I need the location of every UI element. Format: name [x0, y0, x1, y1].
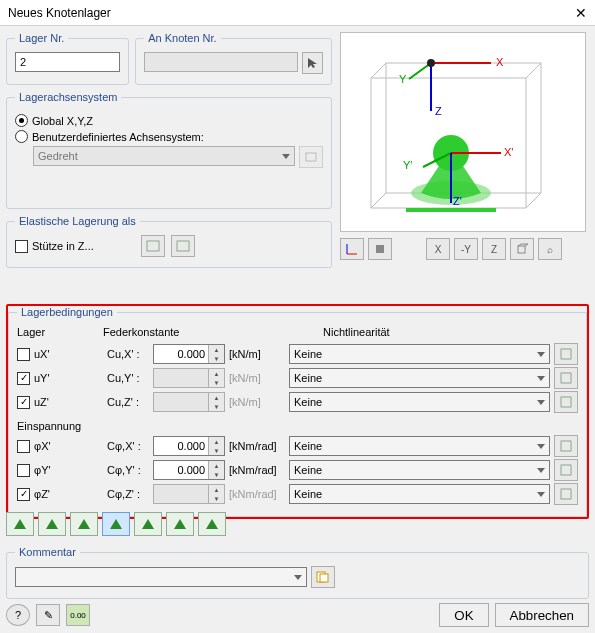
elastic-detail-a-button[interactable]: [141, 235, 165, 257]
cond-nl-value: Keine: [294, 488, 322, 500]
cond-row-trans-1: uY'Cu,Y' :▲▼[kN/m]Keine: [17, 366, 578, 390]
cond-nl-edit-button-rot-0[interactable]: [554, 435, 578, 457]
support-type-type-a-button[interactable]: [6, 512, 34, 536]
cond-key-label: φY': [34, 464, 51, 476]
support-type-type-b-button[interactable]: [38, 512, 66, 536]
group-kommentar: Kommentar: [6, 546, 589, 599]
cond-check-trans-1[interactable]: uY': [17, 372, 103, 385]
checkbox-icon: [17, 348, 30, 361]
cond-unit-label: [kN/m]: [229, 348, 285, 360]
legend-an-knoten: An Knoten Nr.: [144, 32, 221, 44]
spin-down-icon: ▼: [209, 402, 224, 411]
support-icon: [12, 517, 28, 531]
note-button[interactable]: ✎: [36, 604, 60, 626]
cond-spin-trans-1: ▲▼: [153, 368, 225, 388]
svg-text:Y': Y': [403, 159, 412, 171]
cond-check-trans-2[interactable]: uZ': [17, 396, 103, 409]
view-z-button[interactable]: Z: [482, 238, 506, 260]
spin-up-icon: ▲: [209, 369, 224, 378]
spin-down-icon: ▼: [209, 446, 224, 455]
view-x-button[interactable]: X: [426, 238, 450, 260]
cond-nl-select-rot-1[interactable]: Keine: [289, 460, 550, 480]
cond-nl-select-trans-0[interactable]: Keine: [289, 344, 550, 364]
radio-icon: [15, 114, 28, 127]
cond-check-rot-1[interactable]: φY': [17, 464, 103, 477]
cond-check-rot-0[interactable]: φX': [17, 440, 103, 453]
spin-up-icon: ▲: [209, 485, 224, 494]
cond-spin-trans-0[interactable]: ▲▼: [153, 344, 225, 364]
support-type-type-g-button[interactable]: [198, 512, 226, 536]
svg-rect-26: [561, 349, 571, 359]
radio-icon: [15, 130, 28, 143]
radio-userdef[interactable]: Benutzerdefiniertes Achsensystem:: [15, 130, 323, 143]
cond-spin-input[interactable]: [154, 345, 208, 363]
lager-nr-input[interactable]: [15, 52, 120, 72]
col-head-nl: Nichtlinearität: [323, 326, 553, 338]
cancel-button[interactable]: Abbrechen: [495, 603, 589, 627]
support-type-type-d-button[interactable]: [102, 512, 130, 536]
cond-unit-label: [kNm/rad]: [229, 440, 285, 452]
cond-nl-edit-button-trans-0[interactable]: [554, 343, 578, 365]
cursor-icon: [307, 57, 319, 69]
close-icon[interactable]: ✕: [575, 5, 587, 21]
cond-spin-rot-1[interactable]: ▲▼: [153, 460, 225, 480]
solid-icon: [374, 243, 386, 255]
cond-spin-rot-0[interactable]: ▲▼: [153, 436, 225, 456]
support-type-type-f-button[interactable]: [166, 512, 194, 536]
preview-mode-solid-button[interactable]: [368, 238, 392, 260]
cond-nl-select-trans-2[interactable]: Keine: [289, 392, 550, 412]
view-y-button[interactable]: -Y: [454, 238, 478, 260]
pick-node-button[interactable]: [302, 52, 323, 74]
cond-spin-rot-2: ▲▼: [153, 484, 225, 504]
kommentar-library-button[interactable]: [311, 566, 335, 588]
help-button[interactable]: ?: [6, 604, 30, 626]
preview-mode-axes-button[interactable]: [340, 238, 364, 260]
frame-icon: [146, 240, 160, 252]
radio-global[interactable]: Global X,Y,Z: [15, 114, 323, 127]
cond-check-trans-0[interactable]: uX': [17, 348, 103, 361]
support-icon: [108, 517, 124, 531]
cond-const-label: Cφ,Y' :: [107, 464, 149, 476]
cond-spin-input[interactable]: [154, 437, 208, 455]
cond-nl-edit-button-trans-2[interactable]: [554, 391, 578, 413]
cond-row-rot-0: φX'Cφ,X' :▲▼[kNm/rad]Keine: [17, 434, 578, 458]
radio-userdef-label: Benutzerdefiniertes Achsensystem:: [32, 131, 204, 143]
an-knoten-input[interactable]: [144, 52, 298, 72]
userdef-select[interactable]: Gedreht: [33, 146, 295, 166]
kommentar-combo[interactable]: [15, 567, 307, 587]
cond-nl-edit-button-trans-1[interactable]: [554, 367, 578, 389]
svg-point-9: [427, 59, 435, 67]
spin-down-icon: ▼: [209, 378, 224, 387]
ok-button[interactable]: OK: [439, 603, 488, 627]
group-elastic: Elastische Lagerung als Stütze in Z...: [6, 215, 332, 268]
cond-nl-select-rot-2[interactable]: Keine: [289, 484, 550, 504]
support-3d-preview[interactable]: X Y Z X' Y' Z': [340, 32, 586, 232]
view-iso-button[interactable]: [510, 238, 534, 260]
cond-key-label: uZ': [34, 396, 49, 408]
radio-global-label: Global X,Y,Z: [32, 115, 93, 127]
subhead-einspannung: Einspannung: [17, 420, 578, 432]
cond-unit-label: [kNm/rad]: [229, 488, 285, 500]
cond-nl-edit-button-rot-1[interactable]: [554, 459, 578, 481]
cond-check-rot-2[interactable]: φZ': [17, 488, 103, 501]
support-type-type-e-button[interactable]: [134, 512, 162, 536]
chk-stutze-z[interactable]: Stütze in Z...: [15, 240, 135, 253]
chevron-down-icon: [294, 575, 302, 580]
elastic-detail-b-button[interactable]: [171, 235, 195, 257]
cond-nl-value: Keine: [294, 372, 322, 384]
support-type-type-c-button[interactable]: [70, 512, 98, 536]
userdef-edit-button: [299, 146, 323, 168]
cond-nl-select-rot-0[interactable]: Keine: [289, 436, 550, 456]
edit-icon: [560, 440, 572, 452]
zoom-button[interactable]: ⌕: [538, 238, 562, 260]
cond-key-label: φZ': [34, 488, 50, 500]
svg-rect-1: [147, 241, 159, 251]
cond-nl-edit-button-rot-2[interactable]: [554, 483, 578, 505]
group-lager-nr: Lager Nr.: [6, 32, 129, 85]
units-button[interactable]: 0.00: [66, 604, 90, 626]
svg-rect-21: [376, 245, 384, 253]
cond-nl-select-trans-1[interactable]: Keine: [289, 368, 550, 388]
cond-spin-input[interactable]: [154, 461, 208, 479]
col-head-feder: Federkonstante: [103, 326, 323, 338]
checkbox-icon: [17, 396, 30, 409]
